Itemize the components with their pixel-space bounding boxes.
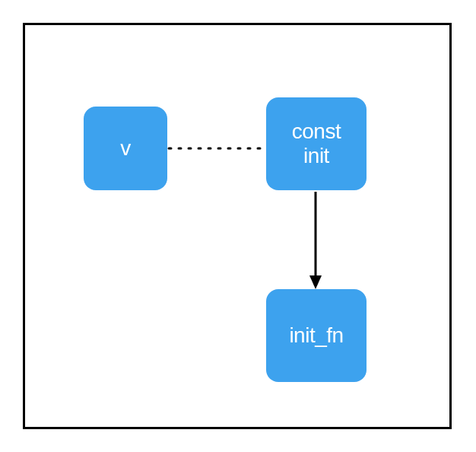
diagram-connectors — [25, 25, 454, 431]
node-const-init: const init — [266, 97, 367, 190]
node-init-fn: init_fn — [266, 289, 367, 382]
node-v: v — [84, 107, 167, 190]
node-v-label: v — [120, 136, 131, 161]
node-const-init-line2: init — [303, 144, 329, 168]
arrowhead-icon — [309, 275, 322, 289]
node-const-init-line1: const — [292, 119, 341, 144]
node-init-fn-label: init_fn — [289, 323, 343, 348]
diagram-frame: v const init init_fn — [23, 23, 452, 429]
